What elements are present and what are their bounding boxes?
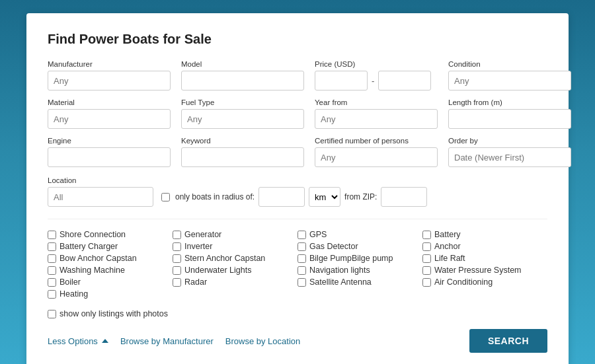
list-item: Gas Detector — [298, 240, 422, 252]
price-inputs: - — [315, 71, 438, 91]
gas-detector-label: Gas Detector — [309, 242, 358, 251]
list-item: Inverter — [173, 240, 298, 252]
gps-checkbox[interactable] — [298, 231, 306, 239]
list-item: Anchor — [422, 240, 547, 252]
fuel-type-input[interactable] — [181, 109, 304, 129]
engine-group: Engine — [48, 137, 171, 167]
list-item: Navigation lights — [298, 264, 422, 276]
condition-input[interactable] — [448, 71, 571, 91]
inverter-checkbox[interactable] — [173, 242, 181, 251]
generator-label: Generator — [184, 230, 221, 239]
anchor-label: Anchor — [434, 242, 461, 251]
certified-persons-input[interactable] — [315, 147, 438, 167]
list-item: Bow Anchor Capstan — [48, 252, 173, 264]
boiler-label: Boiler — [60, 277, 81, 287]
battery-charger-checkbox[interactable] — [48, 242, 56, 251]
list-item: Shore Connection — [48, 229, 173, 240]
price-max-input[interactable] — [378, 71, 431, 91]
underwater-lights-label: Underwater Lights — [184, 266, 251, 275]
shore-connection-checkbox[interactable] — [48, 231, 56, 239]
navigation-lights-checkbox[interactable] — [298, 266, 306, 275]
length-from-label: Length from (m) — [448, 98, 571, 106]
list-item: Generator — [173, 229, 298, 240]
model-input[interactable] — [181, 71, 304, 91]
satellite-antenna-checkbox[interactable] — [298, 278, 306, 287]
checkbox-col-2: GPS Gas Detector Bilge PumpBilge pump Na… — [298, 229, 422, 300]
price-min-input[interactable] — [315, 71, 368, 91]
from-zip-label: from ZIP: — [344, 192, 377, 201]
manufacturer-input[interactable] — [48, 71, 171, 91]
condition-group: Condition — [448, 60, 571, 91]
photos-checkbox[interactable] — [48, 310, 56, 318]
shore-connection-label: Shore Connection — [60, 230, 126, 239]
material-input[interactable] — [48, 109, 171, 129]
radius-label: only boats in radius of: — [175, 192, 255, 201]
price-label: Price (USD) — [315, 60, 438, 68]
radius-value-input[interactable] — [258, 187, 305, 207]
gas-detector-checkbox[interactable] — [298, 242, 306, 251]
checkbox-col-0: Shore Connection Battery Charger Bow Anc… — [48, 229, 173, 300]
engine-label: Engine — [48, 137, 171, 145]
radius-section: only boats in radius of: km mi from ZIP: — [161, 187, 427, 207]
battery-checkbox[interactable] — [422, 231, 431, 239]
search-button[interactable]: SEARCH — [469, 329, 547, 353]
certified-persons-label: Certified number of persons — [315, 137, 438, 145]
stern-anchor-capstan-label: Stern Anchor Capstan — [184, 254, 265, 263]
anchor-checkbox[interactable] — [422, 242, 431, 251]
washing-machine-label: Washing Machine — [60, 266, 125, 275]
list-item: Heating — [48, 288, 173, 300]
bilge-pump-checkbox[interactable] — [298, 254, 306, 263]
radius-checkbox[interactable] — [161, 193, 170, 201]
condition-label: Condition — [448, 60, 571, 68]
air-conditioning-checkbox[interactable] — [422, 278, 431, 287]
list-item: Battery Charger — [48, 240, 173, 252]
bilge-pump-label: Bilge PumpBilge pump — [309, 254, 393, 263]
certified-persons-group: Certified number of persons — [315, 137, 438, 167]
heating-checkbox[interactable] — [48, 290, 56, 299]
radar-checkbox[interactable] — [173, 278, 181, 287]
length-from-input[interactable] — [448, 109, 571, 129]
battery-charger-label: Battery Charger — [60, 242, 118, 251]
generator-checkbox[interactable] — [173, 231, 181, 239]
browse-manufacturer-link[interactable]: Browse by Manufacturer — [120, 336, 214, 346]
life-raft-checkbox[interactable] — [422, 254, 431, 263]
life-raft-label: Life Raft — [434, 254, 465, 263]
list-item: Air Conditioning — [422, 276, 547, 288]
underwater-lights-checkbox[interactable] — [173, 266, 181, 275]
footer-links: Less Options Browse by Manufacturer Brow… — [48, 336, 300, 346]
boiler-checkbox[interactable] — [48, 278, 56, 287]
list-item: Washing Machine — [48, 264, 173, 276]
washing-machine-checkbox[interactable] — [48, 266, 56, 275]
manufacturer-group: Manufacturer — [48, 60, 171, 91]
price-group: Price (USD) - — [315, 60, 438, 91]
form-grid: Manufacturer Model Price (USD) - Conditi… — [48, 60, 547, 167]
keyword-group: Keyword — [181, 137, 304, 167]
keyword-label: Keyword — [181, 137, 304, 145]
fuel-type-label: Fuel Type — [181, 98, 304, 106]
less-options-link[interactable]: Less Options — [48, 336, 108, 346]
list-item: GPS — [298, 229, 422, 240]
photos-label: show only listings with photos — [60, 309, 168, 318]
inverter-label: Inverter — [184, 242, 212, 251]
zip-input[interactable] — [381, 187, 427, 207]
engine-input[interactable] — [48, 147, 171, 167]
browse-location-link[interactable]: Browse by Location — [225, 336, 300, 346]
navigation-lights-label: Navigation lights — [309, 266, 370, 275]
price-separator: - — [372, 76, 374, 86]
length-from-group: Length from (m) — [448, 98, 571, 129]
stern-anchor-capstan-checkbox[interactable] — [173, 254, 181, 263]
water-pressure-system-checkbox[interactable] — [422, 266, 431, 275]
list-item: Bilge PumpBilge pump — [298, 252, 422, 264]
order-by-input[interactable] — [448, 147, 571, 167]
battery-label: Battery — [434, 230, 461, 239]
model-group: Model — [181, 60, 304, 91]
bow-anchor-capstan-checkbox[interactable] — [48, 254, 56, 263]
location-label: Location — [48, 176, 153, 184]
year-from-input[interactable] — [315, 109, 438, 129]
gps-label: GPS — [309, 230, 327, 239]
radius-unit-select[interactable]: km mi — [309, 187, 340, 207]
checkbox-col-3: Battery Anchor Life Raft Water Pressure … — [422, 229, 547, 300]
location-input[interactable] — [48, 187, 153, 207]
keyword-input[interactable] — [181, 147, 304, 167]
list-item: Battery — [422, 229, 547, 240]
